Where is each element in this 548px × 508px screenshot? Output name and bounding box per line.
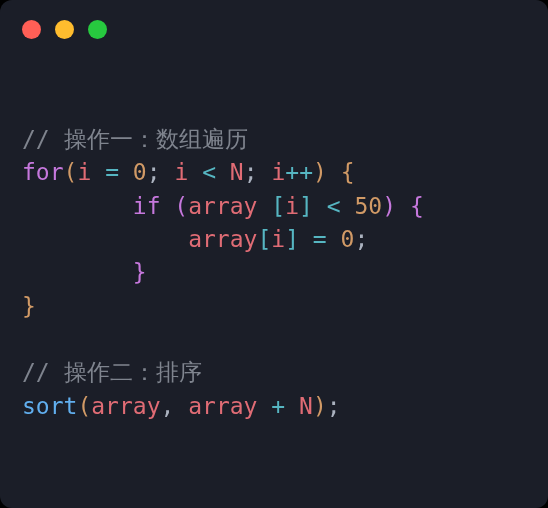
lt-op: < — [202, 159, 216, 185]
plus-op: + — [271, 393, 285, 419]
var-i: i — [77, 159, 91, 185]
lbrace: { — [341, 159, 355, 185]
var-N: N — [230, 159, 244, 185]
assign-op: = — [313, 226, 327, 252]
var-i: i — [271, 226, 285, 252]
rparen: ) — [313, 393, 327, 419]
num-50: 50 — [354, 193, 382, 219]
rbrace: } — [22, 293, 36, 319]
assign-op: = — [105, 159, 119, 185]
var-array: array — [91, 393, 160, 419]
num-0: 0 — [133, 159, 147, 185]
rparen: ) — [313, 159, 327, 185]
lparen: ( — [64, 159, 78, 185]
rbracket: ] — [299, 193, 313, 219]
rparen: ) — [382, 193, 396, 219]
comment-2: // 操作二：排序 — [22, 359, 202, 385]
var-array: array — [188, 193, 257, 219]
num-0: 0 — [341, 226, 355, 252]
close-icon[interactable] — [22, 20, 41, 39]
lparen: ( — [174, 193, 188, 219]
code-window: // 操作一：数组遍历 for(i = 0; i < N; i++) { if … — [0, 0, 548, 508]
lbrace: { — [410, 193, 424, 219]
comma: , — [161, 393, 175, 419]
rbracket: ] — [285, 226, 299, 252]
window-titlebar — [0, 0, 548, 58]
var-i: i — [174, 159, 188, 185]
var-i: i — [271, 159, 285, 185]
var-i: i — [285, 193, 299, 219]
code-block: // 操作一：数组遍历 for(i = 0; i < N; i++) { if … — [0, 58, 548, 443]
minimize-icon[interactable] — [55, 20, 74, 39]
comment-1: // 操作一：数组遍历 — [22, 126, 248, 152]
fn-sort: sort — [22, 393, 77, 419]
var-N: N — [299, 393, 313, 419]
inc-op: ++ — [285, 159, 313, 185]
var-array: array — [188, 393, 257, 419]
zoom-icon[interactable] — [88, 20, 107, 39]
var-array: array — [188, 226, 257, 252]
for-keyword: for — [22, 159, 64, 185]
lt-op: < — [327, 193, 341, 219]
semi: ; — [327, 393, 341, 419]
if-keyword: if — [133, 193, 161, 219]
lbracket: [ — [257, 226, 271, 252]
semi: ; — [354, 226, 368, 252]
lbracket: [ — [271, 193, 285, 219]
semi: ; — [147, 159, 161, 185]
rbrace: } — [133, 259, 147, 285]
semi: ; — [244, 159, 258, 185]
lparen: ( — [77, 393, 91, 419]
